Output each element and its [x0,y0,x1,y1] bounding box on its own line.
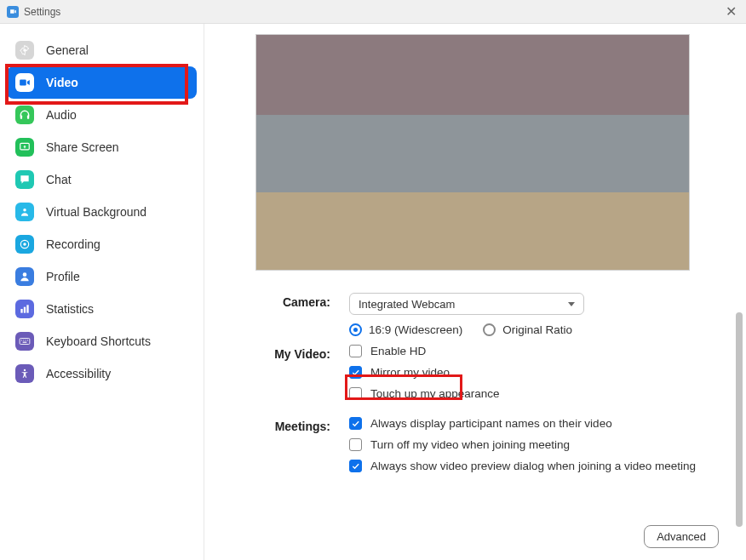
sidebar-item-shortcuts[interactable]: Keyboard Shortcuts [0,325,204,357]
checkbox-label: Always show video preview dialog when jo… [370,460,696,472]
checkbox-label: Touch up my appearance [370,387,500,400]
titlebar: Settings ✕ [0,0,746,24]
sidebar-item-label: General [46,43,89,57]
meetings-checkbox[interactable]: Turn off my video when joining meeting [349,438,722,451]
sidebar-item-audio[interactable]: Audio [0,99,204,131]
user-icon [15,267,34,286]
sidebar-item-label: Recording [46,237,100,251]
svg-rect-3 [27,116,29,119]
gear-icon [15,41,34,60]
person-icon [15,203,34,221]
my-video-checkbox[interactable]: Mirror my video [349,366,722,379]
sidebar-item-label: Video [46,76,78,89]
stats-icon [15,300,34,318]
checkbox-icon [349,460,362,472]
checkbox-icon [349,438,362,451]
checkbox-label: Always display participant names on thei… [370,417,612,430]
share-screen-icon [15,138,34,157]
window-title: Settings [24,6,722,18]
svg-rect-2 [20,116,22,119]
meetings-label: Meetings: [255,417,330,481]
sidebar-item-chat[interactable]: Chat [0,163,204,196]
sidebar-item-share[interactable]: Share Screen [0,131,204,163]
svg-rect-12 [20,339,30,345]
svg-point-5 [23,209,26,212]
sidebar-item-label: Virtual Background [46,205,146,219]
checkbox-icon [349,345,362,357]
checkbox-icon [349,417,362,430]
record-icon [15,235,34,254]
radio-icon [349,323,362,336]
checkbox-icon [349,366,362,379]
my-video-checkbox[interactable]: Enable HD [349,345,722,357]
sidebar-item-label: Chat [46,173,72,186]
svg-rect-1 [20,80,26,86]
sidebar-item-label: Statistics [46,302,94,316]
sidebar-item-label: Share Screen [46,140,119,154]
close-icon[interactable]: ✕ [722,3,739,20]
my-video-checkbox[interactable]: Touch up my appearance [349,387,722,400]
video-preview [255,34,690,271]
scrollbar-thumb[interactable] [736,312,743,527]
sidebar-item-label: Keyboard Shortcuts [46,334,151,348]
meetings-checkbox[interactable]: Always show video preview dialog when jo… [349,460,722,472]
sidebar-item-label: Profile [46,270,80,283]
advanced-button[interactable]: Advanced [644,525,719,548]
sidebar-item-profile[interactable]: Profile [0,260,204,293]
svg-rect-10 [24,307,26,313]
radio-icon [483,323,496,336]
checkbox-label: Turn off my video when joining meeting [370,438,570,451]
svg-point-15 [26,340,26,340]
checkbox-label: Enable HD [370,345,426,357]
keyboard-icon [15,332,34,351]
svg-rect-17 [23,342,27,343]
scrollbar[interactable] [736,312,743,527]
accessibility-icon [15,364,34,383]
headphones-icon [15,106,34,124]
sidebar-item-a11y[interactable]: Accessibility [0,357,204,390]
sidebar-item-label: Audio [46,108,77,122]
sidebar-item-recording[interactable]: Recording [0,228,204,260]
aspect-radio[interactable]: 16:9 (Widescreen) [349,323,462,336]
video-icon [15,73,34,92]
sidebar-item-general[interactable]: General [0,34,204,66]
chat-icon [15,170,34,189]
svg-point-7 [23,243,26,246]
svg-point-16 [27,340,28,340]
meetings-checkbox[interactable]: Always display participant names on thei… [349,417,722,430]
svg-point-18 [24,369,26,371]
sidebar-item-vbg[interactable]: Virtual Background [0,196,204,228]
my-video-label: My Video: [255,345,330,409]
svg-point-8 [23,272,27,277]
sidebar: GeneralVideoAudioShare ScreenChatVirtual… [0,24,204,560]
camera-select[interactable]: Integrated Webcam [349,293,584,315]
aspect-radio[interactable]: Original Ratio [483,323,572,336]
content-panel: Camera: Integrated Webcam 16:9 (Widescre… [204,24,746,560]
camera-label: Camera: [255,293,330,336]
sidebar-item-stats[interactable]: Statistics [0,293,204,325]
radio-label: 16:9 (Widescreen) [369,323,462,336]
svg-rect-9 [20,309,22,313]
checkbox-icon [349,387,362,400]
app-icon [7,6,19,18]
radio-label: Original Ratio [502,323,572,336]
svg-rect-11 [26,305,28,312]
camera-select-value: Integrated Webcam [359,298,455,311]
svg-point-13 [21,340,22,340]
sidebar-item-video[interactable]: Video [7,66,197,99]
checkbox-label: Mirror my video [370,366,450,379]
svg-point-14 [23,340,24,340]
sidebar-item-label: Accessibility [46,367,111,380]
